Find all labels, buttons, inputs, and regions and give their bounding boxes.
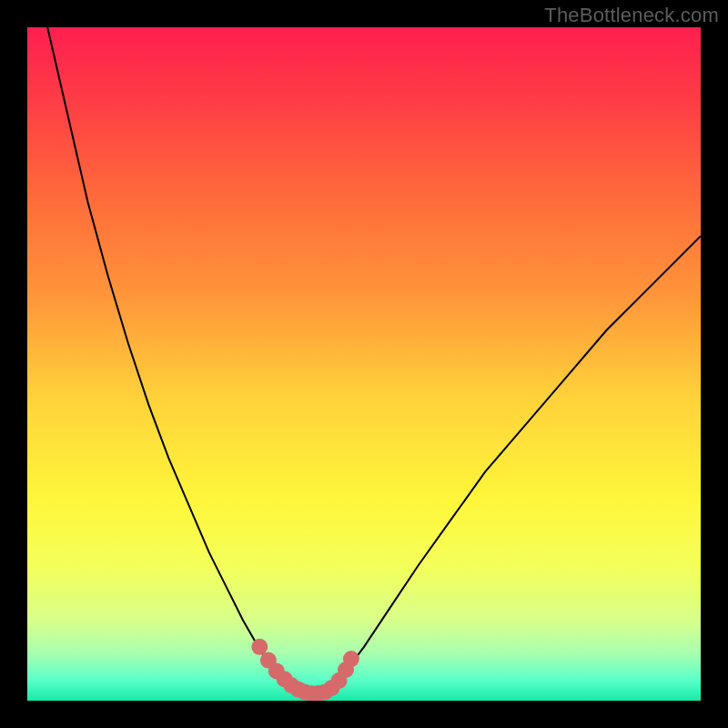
watermark-text: TheBottleneck.com [544,4,719,27]
chart-frame: TheBottleneck.com [0,0,728,728]
valley-marker [343,651,359,667]
plot-area [27,27,701,701]
valley-marker-group [251,639,359,701]
bottleneck-curve [47,27,701,694]
valley-marker [251,639,268,655]
curve-layer [27,27,701,701]
